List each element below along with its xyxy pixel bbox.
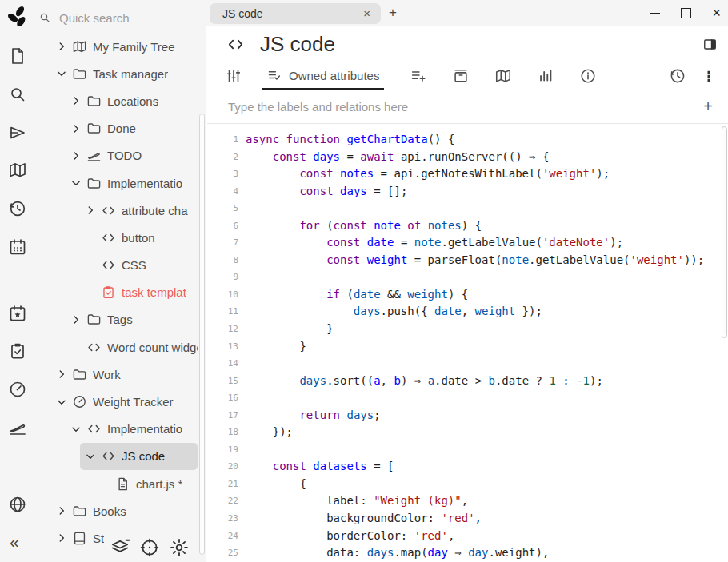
close-button[interactable]: × [712, 6, 721, 19]
chevron-down-icon[interactable] [56, 68, 67, 79]
layers-icon[interactable] [110, 537, 130, 558]
chevron-right-icon[interactable] [70, 123, 82, 134]
code-line: 9 [207, 269, 728, 286]
tree-item-chart-js[interactable]: chart.js * [94, 470, 198, 497]
folder-icon [86, 94, 102, 109]
tree-item-js-code[interactable]: JS code [80, 443, 198, 470]
quick-search-input[interactable] [58, 10, 220, 26]
collapse-tree-icon[interactable]: « [10, 532, 19, 552]
tree-item-word-count-widge[interactable]: Word count widge [66, 333, 198, 361]
chevron-down-icon[interactable] [56, 397, 67, 408]
code-text: const weight = parseFloat(note.getLabelV… [246, 252, 704, 269]
tree-item-weight-tracker[interactable]: Weight Tracker [51, 388, 198, 415]
line-number: 19 [207, 441, 246, 459]
split-pane-icon[interactable] [702, 37, 718, 52]
code-icon [101, 257, 116, 273]
folder-icon [72, 66, 87, 82]
gear-icon[interactable] [169, 537, 190, 558]
globe-icon[interactable] [8, 495, 27, 514]
tree-item-implementatio[interactable]: Implementatio [66, 416, 198, 443]
code-text [246, 269, 252, 286]
tree-footer-buttons [110, 537, 190, 558]
chevron-right-icon[interactable] [56, 532, 67, 544]
window-controls: × [650, 0, 721, 26]
chevron-down-icon[interactable] [70, 424, 82, 435]
code-line: 6 for (const note of notes) { [207, 217, 728, 235]
chevron-right-icon[interactable] [56, 505, 67, 516]
maximize-button[interactable] [681, 8, 691, 18]
code-text: for (const note of notes) { [246, 217, 482, 235]
minimize-button[interactable] [650, 13, 660, 14]
tab-owned-attributes[interactable]: Owned attributes [262, 62, 384, 90]
chevron-right-icon[interactable] [70, 314, 82, 325]
kebab-menu-icon[interactable]: ⋮ [694, 68, 723, 85]
chevron-right-icon[interactable] [56, 41, 67, 52]
chevron-right-icon[interactable] [70, 95, 82, 106]
tree-item-task-templat[interactable]: task templat [80, 279, 198, 306]
tree-item-attribute-cha[interactable]: attribute cha [80, 197, 198, 224]
crosshair-icon[interactable] [139, 537, 160, 558]
map-icon [72, 39, 87, 54]
code-line: 23 backgroundColor: 'red', [207, 510, 728, 528]
chevron-right-icon[interactable] [85, 205, 96, 216]
tab-close-icon[interactable]: × [363, 6, 381, 20]
calendar-icon[interactable] [8, 237, 27, 257]
trilium-logo[interactable] [6, 4, 31, 30]
tree-item-locations[interactable]: Locations [66, 87, 198, 114]
code-editor[interactable]: 1async function getChartData() {2 const … [207, 124, 728, 562]
tree-item-work[interactable]: Work [51, 361, 198, 388]
bookmarks-map-icon[interactable] [8, 161, 27, 180]
code-text: const days = await api.runOnServer(() ⇒ … [246, 149, 549, 166]
task-clipboard-icon[interactable] [8, 341, 27, 361]
chevron-right-icon[interactable] [56, 369, 67, 380]
new-tab-button[interactable]: + [389, 5, 397, 21]
plane-takeoff-icon[interactable] [8, 418, 27, 437]
tree-item-done[interactable]: Done [66, 115, 198, 142]
line-number: 25 [207, 544, 246, 562]
add-attribute-button[interactable]: + [688, 98, 728, 116]
tree-item-todo[interactable]: TODO [66, 142, 198, 169]
tree-item-label: My Family Tree [93, 40, 175, 54]
tree-item-button[interactable]: button [80, 224, 198, 251]
jump-to-note-icon[interactable] [8, 123, 27, 142]
bar-chart-icon[interactable] [537, 67, 554, 85]
tree-item-css[interactable]: CSS [80, 252, 198, 279]
new-note-icon[interactable] [8, 46, 27, 66]
code-text: { [246, 476, 306, 493]
chevron-down-icon[interactable] [70, 177, 82, 189]
today-calendar-star-icon[interactable] [8, 304, 27, 323]
code-line: 19 [207, 441, 728, 459]
info-icon[interactable] [579, 67, 597, 85]
code-text: days.push({ date, weight }); [246, 303, 542, 321]
chevron-right-icon[interactable] [70, 150, 82, 161]
list-plus-icon[interactable] [410, 67, 427, 85]
tree-item-label: Implementatio [107, 177, 182, 190]
editor-scrollbar-thumb[interactable] [722, 126, 727, 338]
tree-item-task-manager[interactable]: Task manager [51, 60, 198, 87]
tree-item-implementatio[interactable]: Implementatio [66, 169, 198, 197]
tree-item-label: Work [93, 368, 121, 381]
map-icon[interactable] [494, 67, 512, 85]
tree-item-books[interactable]: Books [51, 497, 198, 524]
recent-changes-icon[interactable] [8, 199, 27, 218]
line-number: 1 [207, 131, 246, 149]
tree-item-label: button [122, 231, 155, 245]
history-icon[interactable] [669, 67, 686, 85]
note-title[interactable] [258, 31, 702, 58]
attributes-input[interactable] [226, 99, 688, 114]
tree-scrollbar-thumb[interactable] [199, 114, 205, 555]
code-icon [226, 35, 245, 54]
tab-js-code[interactable]: JS code × [210, 3, 381, 24]
search-icon[interactable] [8, 85, 27, 104]
sliders-icon[interactable] [225, 67, 242, 85]
tree-item-my-family-tree[interactable]: My Family Tree [51, 33, 198, 60]
line-number: 5 [207, 200, 246, 217]
code-text: } [246, 321, 334, 338]
chevron-down-icon[interactable] [85, 451, 96, 462]
code-line: 14 [207, 355, 728, 373]
dashboard-gauge-icon[interactable] [8, 380, 27, 399]
folder-icon [86, 176, 102, 191]
line-number: 6 [207, 217, 246, 235]
archive-icon[interactable] [452, 67, 470, 85]
tree-item-tags[interactable]: Tags [66, 306, 198, 333]
